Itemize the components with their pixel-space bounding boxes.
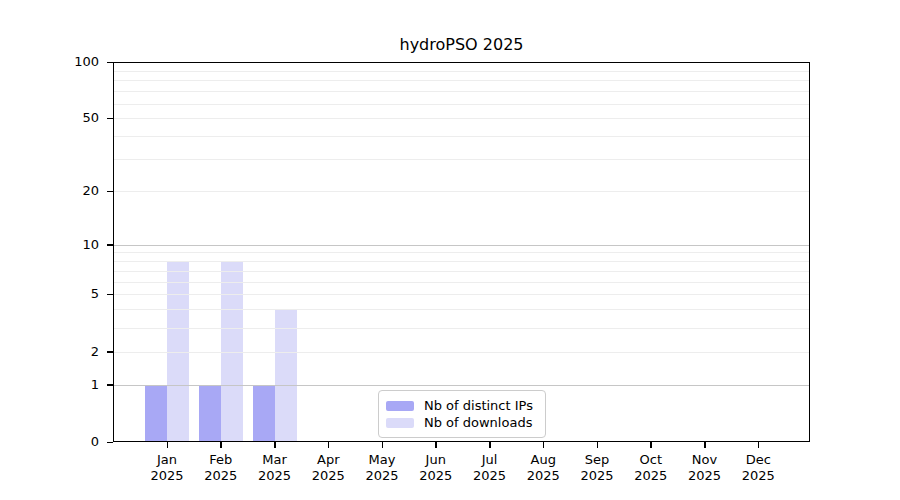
gridline-minor — [113, 159, 810, 160]
x-tick-mark — [597, 442, 599, 448]
gridline-minor — [113, 71, 810, 72]
gridline-minor — [113, 294, 810, 295]
gridline-minor — [113, 80, 810, 81]
legend-label-downloads: Nb of downloads — [424, 415, 532, 430]
gridline-major — [113, 62, 810, 63]
gridline-minor — [113, 191, 810, 192]
x-tick-label: Jan2025 — [140, 452, 194, 484]
x-tick-label: May2025 — [355, 452, 409, 484]
x-tick-mark — [328, 442, 330, 448]
x-tick-label: Aug2025 — [516, 452, 570, 484]
x-tick-label: Dec2025 — [731, 452, 785, 484]
gridline-major — [113, 245, 810, 246]
x-tick-mark — [435, 442, 437, 448]
x-axis: Jan2025Feb2025Mar2025Apr2025May2025Jun20… — [113, 442, 810, 500]
chart-title: hydroPSO 2025 — [113, 35, 810, 54]
gridline-minor — [113, 328, 810, 329]
y-tick-label: 1 — [29, 376, 99, 394]
y-tick-mark — [107, 118, 113, 120]
gridline-minor — [113, 136, 810, 137]
legend-item-downloads: Nb of downloads — [386, 414, 537, 431]
legend: Nb of distinct IPs Nb of downloads — [378, 390, 546, 438]
bar-downloads-mar — [275, 309, 297, 442]
x-tick-label: Mar2025 — [248, 452, 302, 484]
y-axis: 0125102050100 — [0, 62, 113, 442]
y-tick-mark — [107, 62, 113, 64]
bar-distinct-ips-jan — [145, 385, 167, 442]
y-tick-mark — [107, 351, 113, 353]
y-tick-mark — [107, 191, 113, 193]
y-tick-mark — [107, 384, 113, 386]
gridline-minor — [113, 282, 810, 283]
y-tick-label: 0 — [29, 433, 99, 451]
gridline-minor — [113, 352, 810, 353]
plot-area: Nb of distinct IPs Nb of downloads — [113, 62, 810, 442]
y-tick-label: 2 — [29, 343, 99, 361]
bar-distinct-ips-mar — [253, 385, 275, 442]
y-tick-label: 100 — [29, 53, 99, 71]
x-tick-mark — [489, 442, 491, 448]
gridline-minor — [113, 309, 810, 310]
x-tick-mark — [167, 442, 169, 448]
y-tick-label: 5 — [29, 285, 99, 303]
y-tick-mark — [107, 244, 113, 246]
x-tick-label: Nov2025 — [678, 452, 732, 484]
gridline-minor — [113, 271, 810, 272]
x-tick-mark — [220, 442, 222, 448]
x-tick-mark — [382, 442, 384, 448]
legend-item-distinct-ips: Nb of distinct IPs — [386, 397, 537, 414]
y-tick-label: 10 — [29, 236, 99, 254]
gridline-minor — [113, 91, 810, 92]
x-tick-label: Sep2025 — [570, 452, 624, 484]
gridline-minor — [113, 261, 810, 262]
x-tick-mark — [274, 442, 276, 448]
x-tick-mark — [758, 442, 760, 448]
legend-swatch-distinct-ips — [386, 401, 414, 411]
y-tick-mark — [107, 294, 113, 296]
x-tick-mark — [543, 442, 545, 448]
gridline-major — [113, 385, 810, 386]
gridline-minor — [113, 104, 810, 105]
x-tick-mark — [704, 442, 706, 448]
x-tick-mark — [650, 442, 652, 448]
x-tick-label: Jul2025 — [463, 452, 517, 484]
chart-figure: hydroPSO 2025 Nb of distinct IPs Nb of d… — [0, 0, 900, 500]
bar-distinct-ips-feb — [199, 385, 221, 442]
x-tick-label: Oct2025 — [624, 452, 678, 484]
legend-swatch-downloads — [386, 418, 414, 428]
x-tick-label: Jun2025 — [409, 452, 463, 484]
y-tick-label: 50 — [29, 109, 99, 127]
legend-label-distinct-ips: Nb of distinct IPs — [424, 398, 533, 413]
gridline-minor — [113, 252, 810, 253]
y-tick-label: 20 — [29, 182, 99, 200]
x-tick-label: Feb2025 — [194, 452, 248, 484]
x-tick-label: Apr2025 — [301, 452, 355, 484]
gridline-minor — [113, 118, 810, 119]
